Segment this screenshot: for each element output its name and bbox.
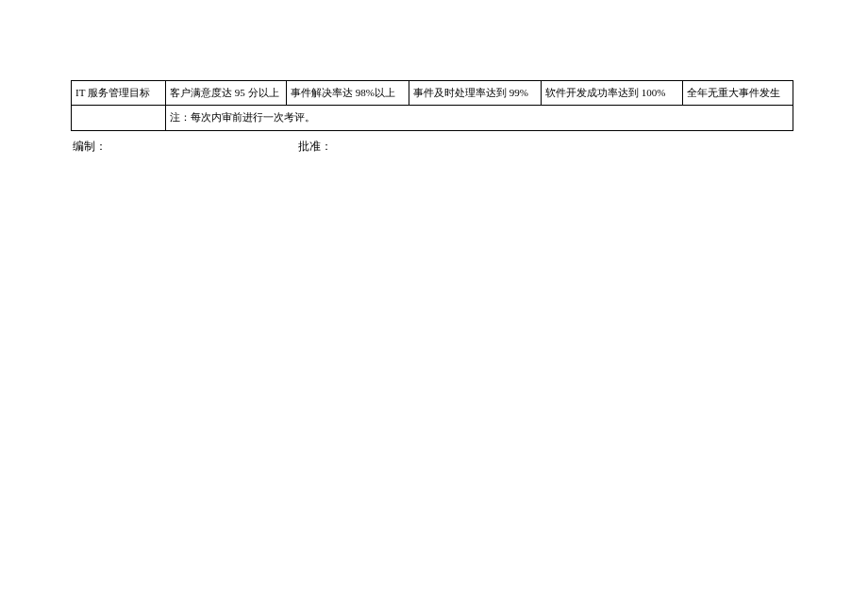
cell-empty <box>72 106 166 130</box>
cell-goal-satisfaction: 客户满意度达 95 分以上 <box>166 81 287 106</box>
cell-goal-dev-success: 软件开发成功率达到 100% <box>542 81 683 106</box>
goals-table: IT 服务管理目标 客户满意度达 95 分以上 事件解决率达 98%以上 事件及… <box>71 80 793 131</box>
label-approved-by: 批准： <box>298 139 332 155</box>
cell-note: 注：每次内审前进行一次考评。 <box>166 106 793 130</box>
table-row: 注：每次内审前进行一次考评。 <box>72 106 793 130</box>
cell-goal-no-major: 全年无重大事件发生 <box>683 81 793 106</box>
cell-goal-ontime-rate: 事件及时处理率达到 99% <box>409 81 542 106</box>
label-compiled-by: 编制： <box>73 139 107 155</box>
signature-line: 编制： 批准： <box>71 139 793 155</box>
cell-goal-resolve-rate: 事件解决率达 98%以上 <box>287 81 409 106</box>
table-row: IT 服务管理目标 客户满意度达 95 分以上 事件解决率达 98%以上 事件及… <box>72 81 793 106</box>
document-content: IT 服务管理目标 客户满意度达 95 分以上 事件解决率达 98%以上 事件及… <box>71 80 793 155</box>
cell-goal-label: IT 服务管理目标 <box>72 81 166 106</box>
